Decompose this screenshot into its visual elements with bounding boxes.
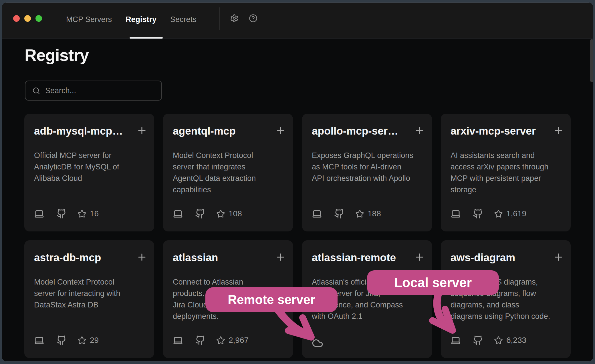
star-count: 108: [229, 209, 242, 218]
server-card-agentql-mcp[interactable]: agentql-mcp Model Context Protocol serve…: [163, 114, 293, 231]
help-icon[interactable]: [249, 14, 257, 23]
star-icon: [494, 336, 503, 345]
server-name: atlassian: [173, 252, 270, 264]
star-count: 6,233: [506, 336, 526, 345]
local-server-laptop-icon: [451, 209, 461, 219]
server-description: AI assistants search and access arXiv pa…: [451, 150, 564, 195]
star-count: 188: [368, 209, 381, 218]
remote-server-annotation-badge: Remote server: [205, 287, 338, 312]
minimize-window-button[interactable]: [24, 15, 31, 22]
search-icon: [32, 87, 40, 95]
server-name: arxiv-mcp-server: [451, 125, 548, 137]
toolbar-divider: [219, 7, 220, 30]
server-description: Model Context Protocol server for intera…: [34, 276, 147, 311]
local-server-laptop-icon: [173, 335, 183, 345]
star-count: 2,967: [229, 336, 249, 345]
server-name: agentql-mcp: [173, 125, 270, 137]
server-description: Exposes GraphQL operations as MCP tools …: [312, 150, 425, 184]
server-card-arxiv-mcp-server[interactable]: arxiv-mcp-server AI assistants search an…: [441, 114, 571, 231]
github-icon[interactable]: [473, 335, 483, 345]
search-box: [25, 81, 162, 101]
star-count: 1,619: [506, 209, 526, 218]
top-navigation: MCP Servers Registry Secrets: [66, 13, 197, 26]
star-icon: [216, 336, 225, 345]
server-description: Official MCP server for AnalyticDB for M…: [34, 150, 147, 184]
star-icon: [494, 209, 503, 218]
traffic-lights: [13, 15, 42, 22]
tab-secrets[interactable]: Secrets: [170, 13, 197, 26]
local-server-annotation-badge: Local server: [367, 270, 499, 295]
server-card-apollo-mcp-server[interactable]: apollo-mcp-ser… Exposes GraphQL operatio…: [302, 114, 432, 231]
server-description: Model Context Protocol server that integ…: [173, 150, 286, 195]
add-server-button[interactable]: [414, 252, 425, 263]
vertical-scrollbar[interactable]: [590, 39, 593, 82]
add-server-button[interactable]: [553, 125, 564, 136]
star-icon: [78, 336, 86, 345]
github-icon[interactable]: [334, 209, 344, 219]
server-name: apollo-mcp-ser…: [312, 125, 409, 137]
server-name: atlassian-remote: [312, 252, 409, 264]
server-name: aws-diagram: [451, 252, 548, 264]
local-server-laptop-icon: [173, 209, 183, 219]
github-icon[interactable]: [56, 335, 67, 345]
settings-gear-icon[interactable]: [230, 14, 239, 23]
star-icon: [355, 209, 364, 218]
server-card-adb-mysql-mcp[interactable]: adb-mysql-mcp… Official MCP server for A…: [24, 114, 154, 231]
github-icon[interactable]: [195, 209, 205, 219]
close-window-button[interactable]: [13, 15, 20, 22]
star-icon: [78, 209, 86, 218]
github-icon[interactable]: [56, 209, 67, 219]
tab-mcp-servers[interactable]: MCP Servers: [66, 13, 112, 26]
github-icon[interactable]: [473, 209, 483, 219]
search-input[interactable]: [45, 86, 161, 95]
local-server-laptop-icon: [34, 335, 44, 345]
add-server-button[interactable]: [275, 125, 286, 136]
star-icon: [216, 209, 225, 218]
active-tab-underline: [130, 37, 163, 39]
page-title: Registry: [25, 45, 89, 65]
server-card-aws-diagram[interactable]: aws-diagram Generate AWS diagrams, seque…: [441, 240, 571, 358]
add-server-button[interactable]: [136, 125, 147, 136]
server-name: astra-db-mcp: [34, 252, 131, 264]
remote-server-cloud-icon: [312, 337, 323, 349]
star-count: 16: [90, 209, 99, 218]
add-server-button[interactable]: [136, 252, 147, 263]
tab-registry[interactable]: Registry: [126, 13, 156, 26]
local-server-laptop-icon: [34, 209, 44, 219]
star-count: 29: [90, 336, 99, 345]
add-server-button[interactable]: [414, 125, 425, 136]
add-server-button[interactable]: [275, 252, 286, 263]
local-server-laptop-icon: [312, 209, 322, 219]
server-name: adb-mysql-mcp…: [34, 125, 131, 137]
local-server-laptop-icon: [451, 335, 461, 345]
server-card-astra-db-mcp[interactable]: astra-db-mcp Model Context Protocol serv…: [24, 240, 154, 358]
add-server-button[interactable]: [553, 252, 564, 263]
title-bar: MCP Servers Registry Secrets: [2, 3, 593, 39]
zoom-window-button[interactable]: [35, 15, 42, 22]
github-icon[interactable]: [195, 335, 205, 345]
